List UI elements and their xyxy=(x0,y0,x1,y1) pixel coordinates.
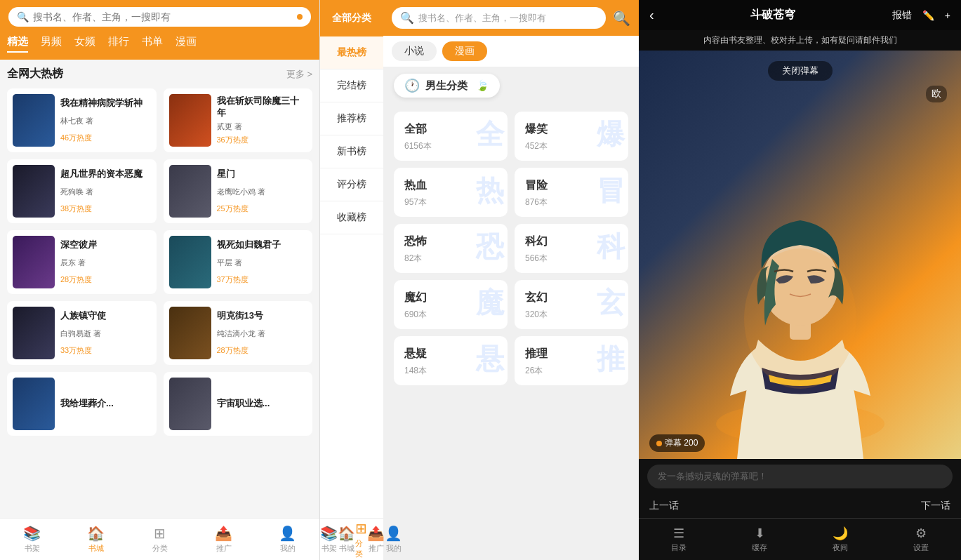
cat-card-funny[interactable]: 爆笑 452本 爆 xyxy=(515,112,628,161)
list-item[interactable]: 我在斩妖司除魔三十年 贰更 著 36万热度 xyxy=(164,88,313,152)
cat-card-fantasy[interactable]: 玄幻 320本 玄 xyxy=(515,280,628,329)
search-input-wrap[interactable]: 🔍 xyxy=(8,7,311,27)
cat-card-all[interactable]: 全部 6156本 全 xyxy=(394,112,508,161)
bottom-nav-category[interactable]: ⊞ 分类 xyxy=(128,519,192,560)
next-chapter-button[interactable]: 下一话 xyxy=(921,500,950,512)
book-info: 深空彼岸 辰东 著 28万热度 xyxy=(60,236,151,288)
cat-card-adventure[interactable]: 冒险 876本 冒 xyxy=(515,168,628,217)
list-item[interactable]: 明克街13号 纯洁滴小龙 著 28万热度 xyxy=(164,301,313,365)
back-button[interactable]: ‹ xyxy=(649,7,654,23)
cat-bottom-category[interactable]: ⊞ 分类 xyxy=(355,519,367,560)
nav-tab-nüpin[interactable]: 女频 xyxy=(74,32,95,53)
mine-icon: 👤 xyxy=(279,525,296,542)
bottom-nav-promote[interactable]: 📤 推广 xyxy=(192,519,256,560)
cat-card-magic[interactable]: 魔幻 690本 魔 xyxy=(394,280,508,329)
book-cover xyxy=(169,236,211,288)
book-cover xyxy=(13,165,55,218)
reader-bottom-download[interactable]: ⬇ 缓存 xyxy=(720,519,800,560)
edit-icon[interactable]: ✏️ xyxy=(922,10,934,21)
reader-bottom-settings[interactable]: ⚙ 设置 xyxy=(880,519,961,560)
book-title: 我在精神病院学斩神 xyxy=(60,98,151,109)
sidebar-item-hottest[interactable]: 最热榜 xyxy=(320,36,383,69)
sidebar-item-newbook[interactable]: 新书榜 xyxy=(320,135,383,168)
download-icon: ⬇ xyxy=(755,526,765,541)
cat-search[interactable]: 🔍 搜书名、作者、主角，一搜即有 xyxy=(392,7,606,29)
search-bar: 🔍 xyxy=(0,0,319,32)
cat-bottom-nav: 📚 书架 🏠 书城 ⊞ 分类 📤 推广 👤 我的 xyxy=(320,518,383,560)
cat-bottom-bookshelf[interactable]: 📚 书架 xyxy=(320,519,338,560)
bottom-nav-mine[interactable]: 👤 我的 xyxy=(256,519,319,560)
reader-bottom-night[interactable]: 🌙 夜间 xyxy=(800,519,881,560)
cat-search-icon: 🔍 xyxy=(400,11,414,25)
book-heat: 37万热度 xyxy=(217,274,307,285)
list-item[interactable]: 星门 老鹰吃小鸡 著 25万热度 xyxy=(164,159,313,223)
list-item[interactable]: 人族镇守使 白驹易逝 著 33万热度 xyxy=(7,301,157,365)
list-item[interactable]: 视死如归魏君子 平层 著 37万热度 xyxy=(164,230,313,294)
nav-tabs: 精选 男频 女频 排行 书单 漫画 xyxy=(0,32,319,60)
tab-novel[interactable]: 小说 xyxy=(392,41,437,61)
nav-tab-manhua[interactable]: 漫画 xyxy=(175,32,197,53)
reader-header: ‹ 斗破苍穹 报错 ✏️ + xyxy=(639,0,961,30)
danmu-input[interactable]: 发一条撼动灵魂的弹幕吧！ xyxy=(647,465,953,488)
sidebar: 全部分类 最热榜 完结榜 推荐榜 新书榜 评分榜 收藏榜 📚 书架 🏠 书城 ⊞… xyxy=(320,0,383,560)
comic-background: 关闭弹幕 欧 弹幕 200 xyxy=(639,51,961,459)
book-heat: 28万热度 xyxy=(217,345,307,356)
list-item[interactable]: 我在精神病院学斩神 林七夜 著 46万热度 xyxy=(7,88,157,152)
tab-comic[interactable]: 漫画 xyxy=(442,41,487,61)
more-button[interactable]: 更多 > xyxy=(286,68,312,81)
add-icon[interactable]: + xyxy=(945,10,950,21)
reader-bottom-toc[interactable]: ☰ 目录 xyxy=(639,519,720,560)
sidebar-item-complete[interactable]: 完结榜 xyxy=(320,69,383,102)
cat-bottom-promote[interactable]: 📤 推广 xyxy=(367,519,385,560)
gender-badge[interactable]: 🕐 男生分类 🍃 xyxy=(394,74,500,98)
reader-actions: 报错 ✏️ + xyxy=(892,9,950,22)
svg-point-3 xyxy=(744,248,856,389)
search-input[interactable] xyxy=(33,11,297,22)
cat-card-mystery[interactable]: 悬疑 148本 悬 xyxy=(394,336,508,385)
tab-row: 小说 漫画 xyxy=(383,36,639,67)
list-item[interactable]: 超凡世界的资本恶魔 死狗唤 著 38万热度 xyxy=(7,159,157,223)
list-item[interactable]: 宇宙职业选... xyxy=(164,372,313,436)
reader-bottom-download-label: 缓存 xyxy=(752,542,767,553)
reader-bottom-settings-label: 设置 xyxy=(913,542,929,553)
search-icon-header[interactable]: 🔍 xyxy=(613,10,630,27)
cat-card-horror[interactable]: 恐怖 82本 恐 xyxy=(394,224,508,273)
promote-icon: 📤 xyxy=(215,525,232,542)
danmu-dot xyxy=(656,441,662,446)
sidebar-item-collection[interactable]: 收藏榜 xyxy=(320,201,383,234)
close-danmu-button[interactable]: 关闭弹幕 xyxy=(768,61,833,81)
book-author: 死狗唤 著 xyxy=(60,187,151,197)
danmu-count-text: 弹幕 200 xyxy=(665,437,698,449)
nav-tab-paihang[interactable]: 排行 xyxy=(108,32,129,53)
cat-card-scifi[interactable]: 科幻 566本 科 xyxy=(515,224,628,273)
reader-input-area: 发一条撼动灵魂的弹幕吧！ xyxy=(639,459,961,494)
book-cover xyxy=(13,94,55,147)
book-title: 星门 xyxy=(217,168,307,180)
book-heat: 46万热度 xyxy=(60,133,151,143)
nav-tab-jingxuan[interactable]: 精选 xyxy=(7,32,28,53)
nav-tab-nanpin[interactable]: 男频 xyxy=(41,32,62,53)
book-author: 辰东 著 xyxy=(60,258,151,268)
leaf-icon: 🍃 xyxy=(476,79,489,92)
cat-bottom-bookshelf-label: 书架 xyxy=(322,543,337,554)
sidebar-header: 全部分类 xyxy=(320,0,383,36)
report-button[interactable]: 报错 xyxy=(892,9,912,22)
cat-bottom-bookstore[interactable]: 🏠 书城 xyxy=(338,519,355,560)
list-item[interactable]: 我给埋葬介... xyxy=(7,372,157,436)
bottom-nav-bookstore[interactable]: 🏠 书城 xyxy=(64,519,128,560)
danmu-count-badge[interactable]: 弹幕 200 xyxy=(649,434,705,452)
sidebar-item-recommend[interactable]: 推荐榜 xyxy=(320,102,383,135)
book-grid: 我在精神病院学斩神 林七夜 著 46万热度 我在斩妖司除魔三十年 贰更 著 36… xyxy=(7,88,312,436)
category-grid: 全部 6156本 全 爆笑 452本 爆 热血 957本 热 冒险 876本 冒… xyxy=(383,105,639,392)
nav-tab-shudang[interactable]: 书单 xyxy=(142,32,163,53)
cat-bottom-category-label: 分类 xyxy=(355,538,367,559)
bottom-nav-bookshelf[interactable]: 📚 书架 xyxy=(0,519,64,560)
sidebar-item-score[interactable]: 评分榜 xyxy=(320,168,383,201)
list-item[interactable]: 深空彼岸 辰东 著 28万热度 xyxy=(7,230,157,294)
bottom-nav-category-label: 分类 xyxy=(152,543,168,554)
danmu-floating-text: 欧 xyxy=(926,86,947,102)
cat-card-action[interactable]: 热血 957本 热 xyxy=(394,168,508,217)
cat-card-detective[interactable]: 推理 26本 推 xyxy=(515,336,628,385)
book-info: 我给埋葬介... xyxy=(60,378,151,430)
prev-chapter-button[interactable]: 上一话 xyxy=(649,500,679,512)
